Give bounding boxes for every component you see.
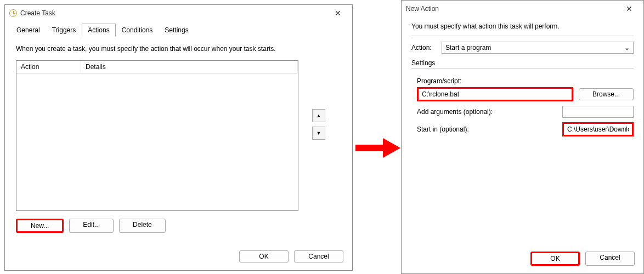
edit-button[interactable]: Edit... <box>69 219 114 233</box>
action-label: Action: <box>411 44 436 52</box>
arguments-input[interactable] <box>562 106 634 118</box>
new-action-dialog: New Action ✕ You must specify what actio… <box>401 0 644 274</box>
column-header-action[interactable]: Action <box>16 61 81 73</box>
ok-button[interactable]: OK <box>239 250 289 262</box>
program-input[interactable] <box>417 87 573 101</box>
settings-group-label: Settings <box>411 59 634 67</box>
action-select-value: Start a program <box>445 44 491 52</box>
ok-button[interactable]: OK <box>530 252 580 266</box>
move-up-button[interactable]: ▲ <box>312 109 325 122</box>
chevron-down-icon: ⌄ <box>624 44 630 52</box>
browse-button[interactable]: Browse... <box>579 88 634 100</box>
tab-strip: General Triggers Actions Conditions Sett… <box>5 21 352 37</box>
instruction-text: When you create a task, you must specify… <box>16 45 341 53</box>
tab-conditions[interactable]: Conditions <box>116 24 159 37</box>
cancel-button[interactable]: Cancel <box>585 252 635 266</box>
close-icon[interactable]: ✕ <box>618 4 640 13</box>
actions-table-body <box>16 73 298 210</box>
svg-marker-1 <box>383 138 400 158</box>
tab-settings[interactable]: Settings <box>159 24 194 37</box>
column-header-details[interactable]: Details <box>81 61 298 73</box>
actions-table: Action Details <box>16 60 298 211</box>
window-title: Create Task <box>20 9 55 17</box>
create-task-dialog: Create Task ✕ General Triggers Actions C… <box>4 4 353 271</box>
app-icon <box>9 9 17 17</box>
cancel-button[interactable]: Cancel <box>294 250 343 262</box>
new-button[interactable]: New... <box>16 219 64 233</box>
program-label: Program/script: <box>417 77 634 85</box>
delete-button[interactable]: Delete <box>119 219 166 233</box>
tab-triggers[interactable]: Triggers <box>46 24 82 37</box>
tab-general[interactable]: General <box>10 24 46 37</box>
titlebar: New Action ✕ <box>402 1 643 17</box>
instruction-text: You must specify what action this task w… <box>411 22 634 30</box>
tab-actions[interactable]: Actions <box>82 24 115 37</box>
arguments-label: Add arguments (optional): <box>417 108 557 116</box>
window-title: New Action <box>406 5 439 13</box>
startin-input[interactable] <box>562 122 634 136</box>
transition-arrow-icon <box>355 137 400 159</box>
close-icon[interactable]: ✕ <box>327 9 349 18</box>
move-down-button[interactable]: ▼ <box>312 127 325 140</box>
action-select[interactable]: Start a program ⌄ <box>442 42 634 54</box>
titlebar: Create Task ✕ <box>5 5 352 21</box>
startin-label: Start in (optional): <box>417 125 557 133</box>
